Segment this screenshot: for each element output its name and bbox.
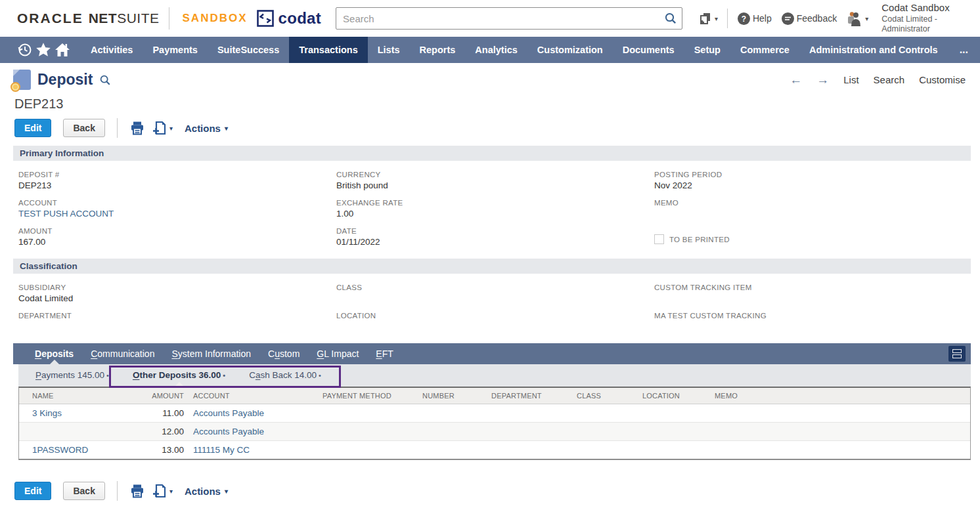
col-account[interactable]: ACCOUNT (193, 388, 323, 404)
actions-menu[interactable]: Actions ▾ (185, 486, 228, 497)
nav-item-reports[interactable]: Reports (410, 37, 466, 63)
nav-item-documents[interactable]: Documents (613, 37, 684, 63)
record-search-icon[interactable] (99, 74, 111, 86)
nav-item-transactions[interactable]: Transactions (289, 37, 367, 63)
col-payment-method[interactable]: PAYMENT METHOD (323, 388, 422, 404)
back-button[interactable]: Back (63, 482, 104, 500)
amount-cell: 11.00 (118, 404, 193, 422)
search-link[interactable]: Search (874, 74, 905, 85)
recent-records-icon[interactable] (16, 37, 34, 63)
customise-link[interactable]: Customise (919, 74, 966, 85)
deposit-name-link[interactable]: 1PASSWORD (32, 445, 88, 455)
print-icon[interactable] (129, 120, 145, 136)
nav-item-activities[interactable]: Activities (81, 37, 143, 63)
nav-item-customization[interactable]: Customization (527, 37, 613, 63)
field-to-be-printed: TO BE PRINTED (654, 234, 971, 244)
edit-button[interactable]: Edit (14, 119, 51, 137)
nav-item-analytics[interactable]: Analytics (465, 37, 527, 63)
field-exchange-rate: EXCHANGE RATE 1.00 (336, 199, 654, 220)
field-date: DATE 01/11/2022 (336, 227, 654, 248)
forward-arrow-icon[interactable]: → (816, 73, 829, 87)
account-link[interactable]: TEST PUSH ACCOUNT (18, 209, 336, 220)
export-add-page-icon (152, 483, 167, 499)
home-icon[interactable] (53, 37, 72, 63)
nav-item-administration[interactable]: Administration and Controls (799, 37, 948, 63)
oracle-netsuite-logo: ORACLENETSUITE (17, 11, 160, 26)
export-menu[interactable]: ▾ (152, 120, 173, 136)
nav-item-payments[interactable]: Payments (143, 37, 208, 63)
col-memo[interactable]: MEMO (715, 388, 970, 404)
list-link[interactable]: List (843, 74, 858, 85)
back-arrow-icon[interactable]: ← (790, 73, 802, 87)
search-icon[interactable] (664, 12, 677, 25)
tab-system-information[interactable]: System Information (163, 343, 259, 364)
edit-button[interactable]: Edit (14, 482, 51, 500)
subtab-cash-back[interactable]: Cash Back 14.00• (240, 364, 330, 387)
print-icon[interactable] (129, 483, 145, 499)
field-label: MEMO (654, 199, 971, 207)
svg-text:?: ? (742, 14, 746, 24)
global-search-input[interactable] (336, 7, 682, 30)
suite-wordmark: SUITE (117, 11, 159, 26)
primary-col-1: DEPOSIT # DEP213 ACCOUNT TEST PUSH ACCOU… (18, 163, 336, 248)
account-link[interactable]: Accounts Payable (193, 427, 264, 436)
field-label: LOCATION (336, 312, 654, 320)
memo-cell (715, 440, 970, 459)
nav-item-suitesuccess[interactable]: SuiteSuccess (208, 37, 289, 63)
create-new-menu[interactable]: ▾ (698, 11, 718, 26)
payment-method-cell (323, 422, 422, 440)
help-icon: ? (737, 12, 751, 26)
account-link[interactable]: 111115 My CC (193, 445, 250, 455)
nav-more-button[interactable]: ... (948, 44, 980, 56)
feedback-button[interactable]: Feedback (781, 12, 837, 26)
field-account: ACCOUNT TEST PUSH ACCOUNT (18, 199, 336, 220)
account-link[interactable]: Accounts Payable (193, 408, 264, 418)
field-label: AMOUNT (18, 227, 336, 235)
toolbar-bottom: Edit Back ▾ Actions ▾ (14, 481, 971, 501)
nav-item-lists[interactable]: Lists (368, 37, 410, 63)
shortcuts-star-icon[interactable] (34, 37, 53, 63)
primary-col-2: CURRENCY British pound EXCHANGE RATE 1.0… (336, 163, 654, 248)
export-menu[interactable]: ▾ (152, 483, 173, 499)
record-tabs: Deposits Communication System Informatio… (13, 343, 971, 364)
roles-menu[interactable]: ▾ (846, 11, 868, 26)
deposit-name-link[interactable]: 3 Kings (32, 408, 62, 418)
nav-item-setup[interactable]: Setup (684, 37, 730, 63)
department-cell (491, 422, 577, 440)
col-amount[interactable]: AMOUNT (118, 388, 193, 404)
memo-cell (715, 422, 970, 440)
subtab-payments[interactable]: Payments 145.00• (26, 364, 118, 387)
top-actions: ▾ ? Help Feedback ▾ Codat Sandbox Codat … (698, 2, 969, 35)
actions-menu[interactable]: Actions ▾ (185, 123, 228, 134)
field-department: DEPARTMENT (18, 312, 336, 333)
list-view-toggle-icon[interactable] (948, 346, 966, 362)
to-be-printed-checkbox[interactable] (654, 234, 664, 244)
tab-communication[interactable]: Communication (82, 343, 163, 364)
back-button[interactable]: Back (63, 119, 104, 137)
subtab-other-deposits[interactable]: Other Deposits 36.00• (123, 364, 234, 387)
feedback-icon (781, 12, 795, 26)
department-cell (491, 440, 577, 459)
oracle-wordmark: ORACLE (17, 11, 83, 26)
field-value: DEP213 (18, 180, 336, 192)
help-button[interactable]: ? Help (737, 12, 772, 26)
codat-wordmark: codat (278, 9, 322, 28)
section-header: Classification (13, 259, 971, 274)
nav-item-commerce[interactable]: Commerce (730, 37, 799, 63)
account-info[interactable]: Codat Sandbox Codat Limited - Administra… (881, 2, 969, 35)
col-name[interactable]: NAME (19, 388, 118, 404)
field-value (336, 322, 654, 333)
field-label: MA TEST CUSTOM TRACKING (654, 312, 971, 320)
tab-deposits[interactable]: Deposits (26, 343, 82, 364)
col-number[interactable]: NUMBER (422, 388, 491, 404)
col-class[interactable]: CLASS (577, 388, 642, 404)
number-cell (422, 404, 491, 422)
account-role: Codat Limited - Administrator (881, 14, 969, 35)
tab-eft[interactable]: EFT (367, 343, 401, 364)
field-label: EXCHANGE RATE (336, 199, 654, 207)
tab-custom[interactable]: Custom (259, 343, 308, 364)
col-location[interactable]: LOCATION (642, 388, 715, 404)
col-department[interactable]: DEPARTMENT (491, 388, 577, 404)
caret-down-icon: ▾ (169, 125, 173, 132)
tab-gl-impact[interactable]: GL Impact (308, 343, 367, 364)
